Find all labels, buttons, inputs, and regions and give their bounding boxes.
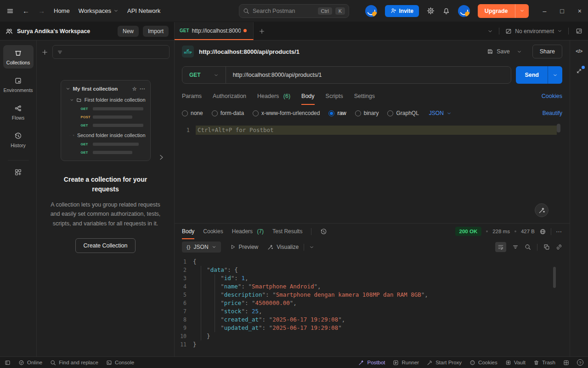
response-tab-headers[interactable]: Headers (7): [232, 224, 264, 239]
new-button[interactable]: New: [118, 26, 139, 37]
response-scrollbar[interactable]: [553, 267, 556, 288]
cookies-button[interactable]: Cookies: [469, 360, 498, 366]
start-proxy-button[interactable]: Start Proxy: [427, 360, 462, 366]
editor-scrollbar[interactable]: [557, 124, 560, 132]
find-and-replace[interactable]: Find and replace: [50, 360, 98, 366]
tab-headers[interactable]: Headers (6): [257, 87, 290, 105]
vault-button[interactable]: Vault: [505, 360, 526, 366]
copy-icon[interactable]: [543, 244, 550, 250]
global-search[interactable]: Ctrl K: [239, 4, 349, 18]
tab-params[interactable]: Params: [182, 87, 202, 105]
back-button[interactable]: ←: [23, 7, 29, 14]
split-panes-icon[interactable]: [563, 360, 569, 366]
postbot-button[interactable]: [535, 203, 548, 217]
forward-button[interactable]: →: [38, 7, 45, 14]
notifications-bell-icon[interactable]: [442, 7, 450, 15]
response-format-selector[interactable]: {} JSON: [182, 242, 221, 253]
tab-authorization[interactable]: Authorization: [213, 87, 246, 105]
send-dropdown[interactable]: [548, 66, 562, 84]
radio-icon: [387, 110, 393, 116]
workspace-title[interactable]: Surya Andika's Workspace: [17, 28, 113, 34]
request-body-editor[interactable]: 1 Ctrl+Alt+P for Postbot: [175, 121, 570, 223]
send-button[interactable]: Send: [516, 66, 548, 84]
online-status[interactable]: Online: [18, 360, 42, 366]
postbot-statusbar-button[interactable]: Postbot: [358, 360, 385, 366]
shortcut-k: K: [335, 7, 345, 15]
response-code: 1{2 "data": {3 "id": 1,4 "name": "Smartp…: [175, 255, 570, 356]
mode-form-data[interactable]: form-data: [212, 110, 244, 116]
request-tab[interactable]: GET http://localhost:8000/ap: [175, 22, 254, 40]
response-tab-test-results[interactable]: Test Results: [272, 224, 302, 239]
main-menu-icon[interactable]: [6, 7, 14, 15]
url-input[interactable]: [226, 72, 511, 78]
mode-none[interactable]: none: [182, 110, 203, 116]
maximize-icon[interactable]: □: [560, 7, 564, 15]
sidebar-item-environments[interactable]: Environments: [3, 73, 34, 96]
mode-urlencoded[interactable]: x-www-form-urlencoded: [253, 110, 320, 116]
runner-button[interactable]: Runner: [393, 360, 419, 366]
upgrade-dropdown[interactable]: [515, 4, 529, 18]
trash-button[interactable]: Trash: [533, 360, 555, 366]
search-response-icon[interactable]: [525, 244, 531, 250]
sidebar-item-flows[interactable]: Flows: [3, 100, 34, 124]
invite-button[interactable]: Invite: [385, 5, 419, 17]
share-button[interactable]: Share: [532, 45, 562, 58]
create-collection-button[interactable]: Create Collection: [75, 238, 136, 253]
mode-raw[interactable]: raw: [328, 110, 346, 116]
add-collection-icon[interactable]: [41, 49, 48, 56]
close-icon[interactable]: ×: [578, 7, 582, 15]
minimize-icon[interactable]: –: [543, 7, 547, 15]
filter-collections-box[interactable]: [52, 45, 170, 59]
nav-workspaces[interactable]: Workspaces: [79, 7, 119, 14]
import-button[interactable]: Import: [143, 26, 169, 37]
nav-home[interactable]: Home: [54, 7, 70, 14]
cookies-link[interactable]: Cookies: [542, 93, 562, 99]
code-snippet-icon[interactable]: </>: [576, 48, 582, 54]
new-tab-button[interactable]: [254, 22, 270, 40]
tab-scripts[interactable]: Scripts: [326, 87, 343, 105]
postman-agent-icon[interactable]: [365, 5, 377, 17]
request-tabs: Params Authorization Headers (6) Body Sc…: [175, 87, 570, 105]
sidebar-item-collections[interactable]: Collections: [3, 45, 34, 69]
language-selector[interactable]: JSON: [429, 110, 452, 116]
save-dropdown[interactable]: [515, 49, 524, 54]
toggle-sidebar-icon[interactable]: [5, 360, 11, 366]
environment-selector[interactable]: No environment: [500, 28, 567, 34]
console-button[interactable]: Console: [106, 360, 134, 366]
save-button[interactable]: Save: [487, 48, 510, 55]
visualize-button[interactable]: Visualize: [267, 244, 299, 250]
unsaved-dot: [243, 29, 247, 32]
response-tab-cookies[interactable]: Cookies: [203, 224, 223, 239]
response-more-icon[interactable]: ⋯: [556, 228, 562, 235]
radio-icon: [355, 110, 361, 116]
mode-binary[interactable]: binary: [355, 110, 379, 116]
nav-api-network[interactable]: API Network: [127, 7, 160, 14]
mode-graphql[interactable]: GraphQL: [387, 110, 418, 116]
chevron-down-icon: [66, 86, 70, 91]
method-selector[interactable]: GET: [182, 72, 226, 78]
comments-exchange-icon[interactable]: [576, 68, 582, 75]
environment-quick-look-icon[interactable]: [570, 28, 588, 34]
wrap-text-icon[interactable]: [495, 242, 506, 252]
tab-list-dropdown[interactable]: [482, 29, 498, 34]
preview-button[interactable]: Preview: [230, 244, 259, 250]
tab-settings[interactable]: Settings: [354, 87, 375, 105]
network-globe-icon[interactable]: [539, 228, 546, 235]
tab-body[interactable]: Body: [301, 87, 315, 105]
search-input[interactable]: [253, 8, 315, 14]
settings-gear-icon[interactable]: [427, 7, 435, 15]
beautify-link[interactable]: Beautify: [543, 110, 562, 116]
help-icon[interactable]: ?: [577, 359, 583, 366]
configure-sidebar-icon[interactable]: [12, 167, 24, 178]
link-icon[interactable]: [556, 244, 562, 250]
carousel-next-icon[interactable]: [158, 154, 165, 161]
account-avatar[interactable]: [458, 5, 470, 17]
filter-icon[interactable]: [512, 244, 519, 250]
request-placeholder-bar: [93, 124, 143, 127]
visualize-dropdown[interactable]: [309, 245, 314, 250]
sidebar-item-history[interactable]: History: [3, 128, 34, 151]
filter-collections-input[interactable]: [66, 49, 165, 55]
response-history-icon[interactable]: [320, 228, 327, 235]
response-tab-body[interactable]: Body: [182, 224, 194, 239]
upgrade-button[interactable]: Upgrade: [478, 4, 529, 18]
